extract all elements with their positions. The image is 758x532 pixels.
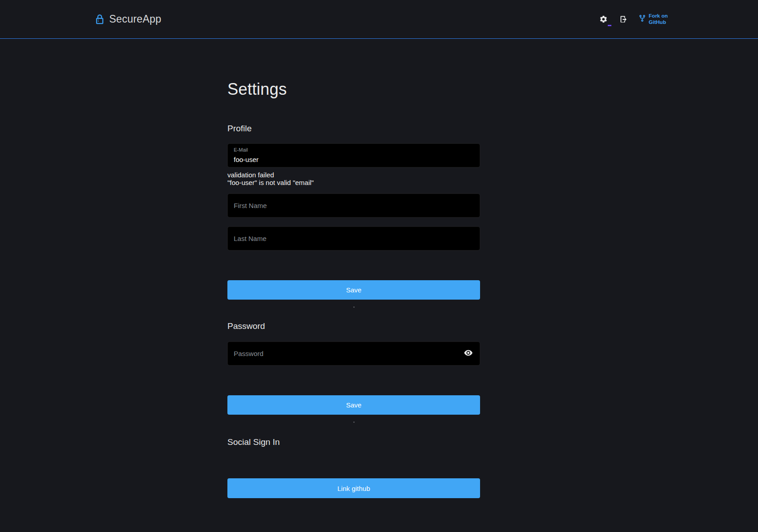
- password-field: [227, 342, 480, 365]
- validation-line1: validation failed: [227, 171, 480, 179]
- validation-line2: "foo-user" is not valid "email": [227, 179, 480, 187]
- first-name-input[interactable]: [228, 194, 480, 217]
- link-github-button[interactable]: Link github: [227, 478, 480, 498]
- fork-icon: [638, 14, 646, 24]
- app-name: SecureApp: [109, 13, 162, 25]
- password-save-indicator-dot: [353, 421, 355, 423]
- email-field: E-Mail: [227, 143, 480, 167]
- profile-save-indicator-dot: [353, 306, 355, 308]
- first-name-field: [227, 194, 480, 217]
- last-name-field: [227, 227, 480, 250]
- logout-icon: [619, 15, 628, 24]
- profile-section-heading: Profile: [227, 124, 480, 134]
- fork-link-text: Fork on GitHub: [649, 13, 668, 25]
- cursor-dash: [608, 25, 611, 26]
- settings-button[interactable]: [599, 14, 609, 24]
- app-logo[interactable]: SecureApp: [95, 13, 162, 25]
- header-actions: Fork on GitHub: [599, 13, 668, 25]
- page-title: Settings: [227, 80, 480, 99]
- last-name-input[interactable]: [228, 227, 480, 250]
- fork-link-line1: Fork on: [649, 13, 668, 19]
- eye-icon: [464, 348, 473, 359]
- email-input[interactable]: [228, 144, 480, 167]
- password-visibility-toggle[interactable]: [462, 348, 474, 360]
- password-section-heading: Password: [227, 321, 480, 331]
- save-password-button[interactable]: Save: [227, 395, 480, 415]
- fork-link-line2: GitHub: [649, 19, 668, 25]
- password-input[interactable]: [228, 342, 480, 365]
- settings-page: Settings Profile E-Mail validation faile…: [227, 39, 480, 498]
- app-header: SecureApp: [0, 0, 758, 39]
- email-validation-message: validation failed "foo-user" is not vali…: [227, 171, 480, 186]
- save-profile-button[interactable]: Save: [227, 280, 480, 300]
- logout-button[interactable]: [619, 14, 629, 24]
- lock-icon: [95, 14, 105, 25]
- gear-icon: [599, 15, 608, 23]
- social-signin-heading: Social Sign In: [227, 437, 480, 447]
- fork-on-github-link[interactable]: Fork on GitHub: [638, 13, 668, 25]
